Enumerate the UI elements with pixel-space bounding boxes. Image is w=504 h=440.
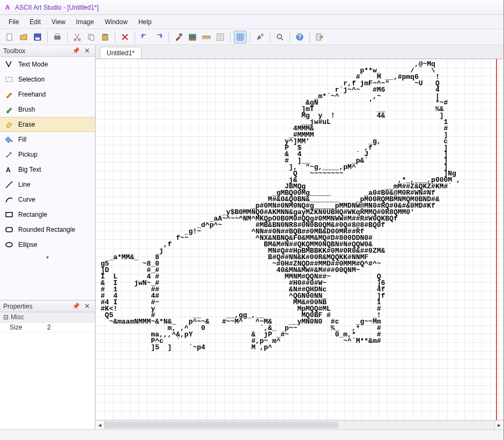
svg-point-25: [6, 156, 8, 158]
svg-rect-2: [35, 38, 40, 40]
zoom-button[interactable]: [273, 31, 286, 43]
ascii-content[interactable]: ,@~Mq p**w_ / \ # M __,#pmq6 !: [97, 61, 461, 351]
svg-rect-12: [189, 34, 196, 36]
margin-line: [496, 59, 497, 420]
window-titlebar: A ASCII Art Studio - [Untitled1*]: [0, 0, 503, 15]
menu-view[interactable]: View: [46, 17, 71, 27]
pickup-icon: [4, 150, 14, 159]
new-button[interactable]: [3, 31, 16, 43]
paste-button[interactable]: [99, 31, 112, 43]
open-button[interactable]: [17, 31, 30, 43]
redo-button[interactable]: [152, 31, 165, 43]
svg-rect-13: [189, 36, 196, 38]
svg-point-6: [78, 39, 80, 41]
svg-rect-23: [6, 77, 12, 82]
close-icon[interactable]: ✕: [83, 47, 92, 55]
tool-label: Pickup: [18, 151, 38, 158]
tool-selection[interactable]: Selection: [0, 72, 95, 87]
tool-label: Erase: [18, 121, 35, 128]
print-button[interactable]: [51, 31, 64, 43]
tool-line[interactable]: Line: [0, 177, 95, 192]
erase-icon: [4, 120, 14, 129]
freehand-icon: [4, 90, 14, 99]
menu-window[interactable]: Window: [99, 17, 133, 27]
tool-label: Fill: [18, 136, 26, 143]
properties-title: Properties: [3, 303, 33, 310]
tool-text-mode[interactable]: Text Mode: [0, 57, 95, 72]
svg-point-5: [74, 39, 76, 41]
toolbox-expander[interactable]: ▾: [0, 252, 95, 262]
scroll-track[interactable]: [105, 421, 494, 429]
svg-point-19: [277, 34, 281, 39]
svg-rect-3: [55, 36, 60, 39]
properties-panel: Properties 📌 ✕ ⊟ Misc Size2: [0, 300, 95, 429]
svg-rect-17: [237, 34, 243, 40]
svg-text:A: A: [6, 166, 11, 174]
menu-file[interactable]: File: [3, 17, 24, 27]
pin-icon[interactable]: 📌: [71, 47, 81, 54]
layers-button[interactable]: [186, 31, 199, 43]
tool-label: Rectangle: [18, 211, 47, 218]
status-bar: [0, 429, 503, 440]
undo-button[interactable]: [138, 31, 151, 43]
tool-pickup[interactable]: Pickup: [0, 147, 95, 162]
svg-rect-10: [103, 34, 107, 35]
svg-rect-4: [56, 34, 59, 36]
tool-big-text[interactable]: ABig Text: [0, 162, 95, 177]
selection-icon: [4, 75, 14, 84]
scroll-left-icon[interactable]: ◂: [95, 421, 105, 429]
toolbox-panel: Toolbox 📌 ✕ Text ModeSelectionFreehandBr…: [0, 45, 95, 262]
save-button[interactable]: [31, 31, 44, 43]
scroll-thumb[interactable]: [105, 422, 338, 428]
menu-image[interactable]: Image: [71, 17, 99, 27]
tool-curve[interactable]: Curve: [0, 192, 95, 207]
svg-point-29: [6, 243, 12, 247]
big-text-icon: A: [4, 165, 14, 174]
menu-help[interactable]: Help: [133, 17, 157, 27]
property-value[interactable]: 2: [47, 324, 92, 331]
menu-edit[interactable]: Edit: [24, 17, 46, 27]
properties-group[interactable]: ⊟ Misc: [0, 312, 95, 322]
tool-ellipse[interactable]: Ellipse: [0, 237, 95, 252]
tool-label: Rounded Rectangle: [18, 226, 75, 233]
window-title: ASCII Art Studio - [Untitled1*]: [15, 4, 99, 11]
tool-erase[interactable]: Erase: [0, 117, 95, 132]
tool-fill[interactable]: Fill: [0, 132, 95, 147]
delete-button[interactable]: [118, 31, 131, 43]
svg-point-11: [180, 33, 182, 36]
copy-button[interactable]: [85, 31, 98, 43]
tool-rectangle[interactable]: Rectangle: [0, 207, 95, 222]
tool-label: Text Mode: [18, 61, 48, 68]
svg-point-24: [11, 141, 13, 142]
properties-group-label: Misc: [11, 313, 24, 321]
canvas[interactable]: ,@~Mq p**w_ / \ # M __,#pmq6 !: [95, 59, 503, 420]
options-button[interactable]: [214, 31, 227, 43]
ellipse-icon: [4, 240, 14, 250]
tool-label: Big Text: [18, 166, 41, 173]
ruler-button[interactable]: [200, 31, 213, 43]
properties-header: Properties 📌 ✕: [0, 300, 95, 312]
property-key: Size: [10, 324, 47, 331]
text-mode-icon: [4, 60, 14, 69]
pin-icon[interactable]: 📌: [71, 303, 81, 310]
svg-rect-8: [90, 35, 94, 40]
exit-button[interactable]: [313, 31, 326, 43]
help-button[interactable]: ?: [293, 31, 306, 43]
tool-label: Line: [18, 181, 31, 188]
scroll-right-icon[interactable]: ▸: [494, 421, 503, 429]
fill-icon: [4, 135, 14, 144]
grid-button[interactable]: [234, 31, 247, 43]
cut-button[interactable]: [71, 31, 84, 43]
tab-untitled[interactable]: Untitled1*: [100, 47, 142, 58]
tool-brush[interactable]: Brush: [0, 102, 95, 117]
close-icon[interactable]: ✕: [83, 302, 92, 310]
toolbox-header: Toolbox 📌 ✕: [0, 45, 95, 57]
horizontal-scrollbar[interactable]: ◂ ▸: [95, 420, 503, 429]
toolbox-title: Toolbox: [3, 47, 25, 55]
tools-button[interactable]: [172, 31, 185, 43]
property-row[interactable]: Size2: [0, 322, 95, 333]
pick-button[interactable]: [254, 31, 266, 43]
tool-freehand[interactable]: Freehand: [0, 87, 95, 102]
svg-rect-27: [6, 212, 12, 217]
tool-rounded-rectangle[interactable]: Rounded Rectangle: [0, 222, 95, 237]
